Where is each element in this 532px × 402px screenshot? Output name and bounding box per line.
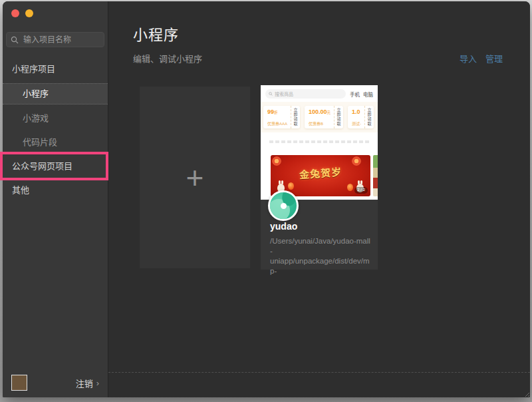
thumb-tabs: 手机 电脑 [350, 91, 373, 98]
coupon-card: 1.0 测试- 立即领取 [348, 106, 374, 128]
logout-button[interactable]: 注销 › [76, 377, 99, 389]
sidebar-item-miniprogram[interactable]: 小程序 [3, 83, 108, 104]
manage-button[interactable]: 管理 [485, 52, 503, 65]
coupon-claim-label: 立即领取 [364, 106, 374, 128]
banner-title: 金兔贺岁 [271, 162, 370, 183]
coupon-claim-label: 立即领取 [334, 106, 343, 128]
coupon-value: 100.00 [309, 108, 327, 115]
import-button[interactable]: 导入 [460, 52, 477, 65]
search-icon [269, 92, 273, 96]
coupon-name: 优惠券B [309, 120, 331, 126]
search-icon [11, 36, 19, 44]
app-window: 小程序项目 小程序 小游戏 代码片段 公众号网页项目 其他 注销 › 小程序 编… [3, 1, 530, 397]
sidebar-nav: 小程序项目 小程序 小游戏 代码片段 公众号网页项目 其他 [3, 57, 108, 202]
flower-decoration-icon [272, 156, 281, 166]
thumb-coupon-row: 99折 优惠券AAA 立即领取 100.00元 优惠券B 立即领取 [261, 102, 378, 132]
main-panel: 小程序 编辑、调试小程序 导入 管理 + [108, 1, 530, 397]
project-search-box[interactable] [6, 32, 104, 47]
coupon-unit: 折 [274, 110, 278, 114]
add-project-card[interactable]: + [140, 87, 250, 268]
sidebar-item-minigame[interactable]: 小游戏 [3, 106, 108, 130]
thumb-scroll-indicator [269, 140, 369, 143]
project-info: yudao /Users/yunai/Java/yudao-mall-uniap… [270, 221, 372, 276]
sidebar-item-official-account-web-project[interactable]: 公众号网页项目 [3, 154, 108, 178]
thumb-tab-phone: 手机 [350, 91, 360, 98]
header-actions: 导入 管理 [460, 52, 503, 65]
window-controls [11, 9, 33, 17]
footer-divider [108, 372, 530, 373]
project-card-yudao[interactable]: 搜索商品 手机 电脑 99折 优惠券AAA [261, 85, 378, 270]
project-path: /Users/yunai/Java/yudao-mall-uniapp/unpa… [270, 236, 372, 276]
coupon-value: 99 [267, 108, 274, 115]
thumb-tab-pc: 电脑 [363, 91, 373, 98]
logout-label: 注销 [76, 377, 93, 389]
lantern-icon [347, 184, 353, 191]
coupon-name: 优惠券AAA [267, 120, 287, 126]
thumb-search-row: 搜索商品 手机 电脑 [261, 85, 378, 99]
thumb-search-placeholder: 搜索商品 [275, 91, 293, 97]
banner-page-indicator: 2 / 2 [354, 187, 368, 194]
yudao-app-logo [268, 190, 299, 221]
coupon-value: 1.0 [352, 108, 360, 115]
screenshot-stage: 小程序项目 小程序 小游戏 代码片段 公众号网页项目 其他 注销 › 小程序 编… [0, 0, 532, 402]
project-path-line2: uniapp/unpackage/dist/dev/mp- [270, 257, 370, 275]
sidebar-item-miniprogram-project[interactable]: 小程序项目 [3, 57, 108, 81]
coupon-name: 测试- [352, 120, 361, 126]
coupon-claim-label: 立即领取 [291, 106, 300, 128]
search-input[interactable] [22, 35, 100, 45]
coupon-card: 100.00元 优惠券B 立即领取 [305, 106, 343, 128]
sidebar-item-other[interactable]: 其他 [3, 178, 108, 202]
page-title: 小程序 [133, 23, 179, 44]
plus-icon: + [186, 162, 204, 193]
project-path-line1: /Users/yunai/Java/yudao-mall- [270, 237, 370, 255]
coupon-card: 99折 优惠券AAA 立即领取 [263, 106, 300, 128]
coupon-unit: 元 [327, 110, 331, 114]
close-window-button[interactable] [11, 9, 19, 17]
sidebar: 小程序项目 小程序 小游戏 代码片段 公众号网页项目 其他 注销 › [3, 1, 108, 397]
resize-handle[interactable] [523, 391, 529, 397]
project-name: yudao [270, 221, 372, 232]
user-avatar[interactable] [11, 375, 27, 391]
lantern-icon [288, 182, 294, 190]
sidebar-footer: 注销 › [3, 374, 108, 391]
next-banner-sliver [373, 155, 378, 196]
chevron-right-icon: › [96, 378, 99, 388]
project-thumbnail: 搜索商品 手机 电脑 99折 优惠券AAA [261, 85, 378, 200]
minimize-window-button[interactable] [25, 9, 33, 17]
thumb-search-bar: 搜索商品 [265, 89, 346, 99]
sidebar-item-code-snippet[interactable]: 代码片段 [3, 130, 108, 154]
page-subtitle: 编辑、调试小程序 [133, 52, 202, 65]
